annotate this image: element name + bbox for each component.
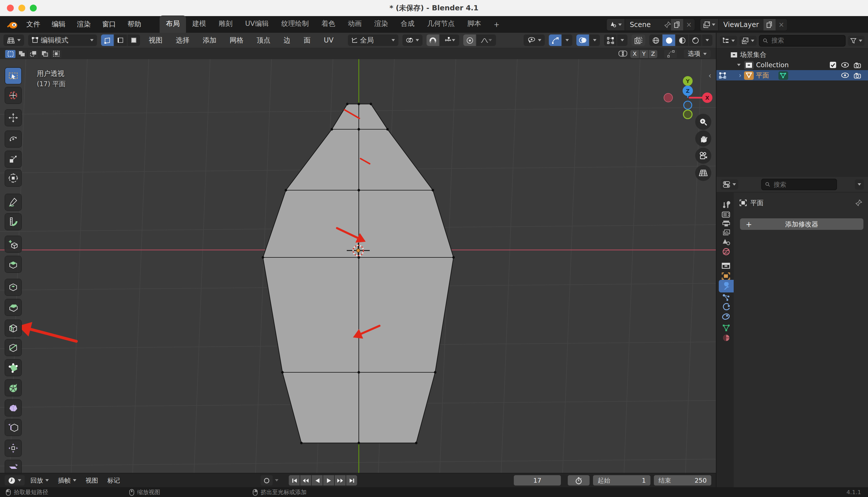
tool-loop-cut[interactable] [5, 320, 21, 336]
scene-name[interactable]: Scene [625, 20, 664, 28]
menu-view[interactable]: 视图 [144, 36, 167, 45]
menu-window[interactable]: 窗口 [97, 16, 122, 33]
tab-geometry-nodes[interactable]: 几何节点 [421, 15, 461, 33]
next-keyframe-button[interactable] [335, 475, 345, 485]
tool-select-box[interactable] [5, 68, 21, 84]
pin-icon[interactable] [664, 21, 671, 28]
tab-compositing[interactable]: 合成 [394, 15, 421, 33]
tool-extrude-region[interactable] [5, 256, 21, 272]
transform-orientation-dropdown[interactable]: 全局 [348, 34, 398, 46]
tool-shrink-fatten[interactable] [5, 440, 21, 456]
tab-material[interactable] [718, 331, 734, 344]
tool-knife[interactable] [5, 340, 21, 356]
viewport-canvas[interactable] [0, 59, 716, 473]
select-intersect-button[interactable] [51, 50, 61, 58]
tool-add-cube[interactable] [5, 236, 21, 252]
scene-new-button[interactable] [671, 19, 683, 30]
add-modifier-button[interactable]: + 添加修改器 [740, 218, 864, 230]
collection-row[interactable]: Collection [717, 60, 868, 70]
proportional-falloff-dropdown[interactable] [476, 34, 496, 46]
properties-search[interactable] [761, 179, 837, 190]
menu-face[interactable]: 面 [299, 36, 315, 45]
menu-edit[interactable]: 编辑 [46, 16, 71, 33]
viewlayer-remove-button[interactable]: × [776, 19, 787, 30]
face-select-button[interactable] [128, 34, 140, 46]
hide-eye-icon[interactable] [841, 62, 849, 68]
timeline-view-menu[interactable]: 视图 [82, 475, 102, 485]
toggle-xray-button[interactable] [632, 34, 645, 46]
tool-transform[interactable] [5, 170, 21, 186]
hide-eye-icon[interactable] [841, 72, 849, 78]
auto-keying-toggle[interactable] [261, 475, 273, 485]
object-name-label[interactable]: 平面 [756, 71, 769, 80]
zoom-button[interactable] [695, 114, 711, 130]
tool-rotate[interactable] [5, 131, 21, 147]
use-preview-range-button[interactable] [568, 475, 590, 485]
pin-icon[interactable] [855, 199, 862, 206]
tool-move[interactable] [5, 110, 21, 126]
xray-settings-dropdown[interactable] [617, 34, 628, 46]
play-button[interactable] [323, 475, 334, 485]
render-camera-icon[interactable] [854, 72, 861, 79]
visibility-dropdown[interactable] [524, 34, 545, 46]
menu-select[interactable]: 选择 [171, 36, 194, 45]
menu-edge[interactable]: 边 [279, 36, 295, 45]
gizmo-settings-dropdown[interactable] [562, 34, 572, 46]
tool-scale[interactable] [5, 151, 21, 167]
options-dropdown[interactable]: 选项 [684, 49, 711, 58]
pivot-point-dropdown[interactable] [402, 34, 423, 46]
timeline-editor-type-button[interactable] [4, 475, 25, 485]
menu-mesh[interactable]: 网格 [225, 36, 248, 45]
mirror-y-button[interactable]: Y [639, 50, 648, 58]
timeline-markers-menu[interactable]: 标记 [104, 475, 123, 485]
navigation-gizmo[interactable]: Y Z X [659, 67, 716, 120]
shading-material-button[interactable] [676, 34, 688, 46]
tab-texture-paint[interactable]: 纹理绘制 [275, 15, 315, 33]
outliner-editor-type-button[interactable] [720, 36, 737, 46]
scene-browse-button[interactable] [607, 19, 625, 30]
mirror-z-button[interactable]: Z [649, 50, 657, 58]
render-camera-icon[interactable] [854, 62, 861, 68]
exclude-checkbox[interactable] [829, 61, 836, 68]
play-reverse-button[interactable] [312, 475, 323, 485]
scene-collection-row[interactable]: 场景集合 [717, 49, 868, 60]
shading-solid-button[interactable] [662, 34, 675, 46]
keying-menu[interactable]: 插帧 [55, 475, 80, 485]
jump-to-start-button[interactable] [289, 475, 300, 485]
tab-rendering[interactable]: 渲染 [368, 15, 394, 33]
tool-spin[interactable] [5, 380, 21, 396]
playback-menu[interactable]: 回放 [27, 475, 52, 485]
tool-annotate[interactable] [5, 194, 21, 210]
show-overlays-toggle[interactable] [576, 34, 589, 46]
jump-to-end-button[interactable] [346, 475, 357, 485]
properties-editor-type-button[interactable] [720, 179, 738, 189]
current-frame-field[interactable]: 17 [514, 475, 561, 485]
editor-type-button[interactable] [3, 34, 24, 46]
xray-alpha-button[interactable] [604, 34, 617, 46]
shading-rendered-button[interactable] [689, 34, 702, 46]
viewlayer-name[interactable]: ViewLayer [719, 20, 764, 28]
mirror-x-button[interactable]: X [630, 50, 639, 58]
select-set-button[interactable] [5, 50, 15, 58]
tool-edge-slide[interactable] [5, 420, 21, 436]
snap-symmetry-toggle[interactable] [664, 50, 677, 58]
shading-wireframe-button[interactable] [649, 34, 662, 46]
add-workspace-button[interactable]: + [487, 17, 506, 33]
breadcrumb-object-label[interactable]: 平面 [750, 199, 764, 207]
tool-cursor[interactable] [5, 87, 21, 103]
menu-uv[interactable]: UV [319, 36, 338, 44]
select-subtract-button[interactable] [28, 50, 39, 58]
toggle-perspective-button[interactable] [695, 165, 711, 181]
properties-options-dropdown[interactable] [855, 179, 864, 189]
menu-help[interactable]: 帮助 [122, 16, 147, 33]
auto-keying-dropdown[interactable] [275, 479, 278, 482]
prev-keyframe-button[interactable] [300, 475, 311, 485]
shading-settings-dropdown[interactable] [702, 34, 712, 46]
tab-layout[interactable]: 布局 [160, 15, 186, 33]
frame-start-field[interactable]: 起始1 [593, 475, 650, 485]
pan-button[interactable] [695, 130, 711, 146]
tool-smooth[interactable] [5, 400, 21, 416]
properties-search-input[interactable] [773, 180, 833, 189]
tool-poly-build[interactable] [5, 360, 21, 376]
collapse-sidebar-chevron[interactable]: ‹ [708, 71, 711, 80]
